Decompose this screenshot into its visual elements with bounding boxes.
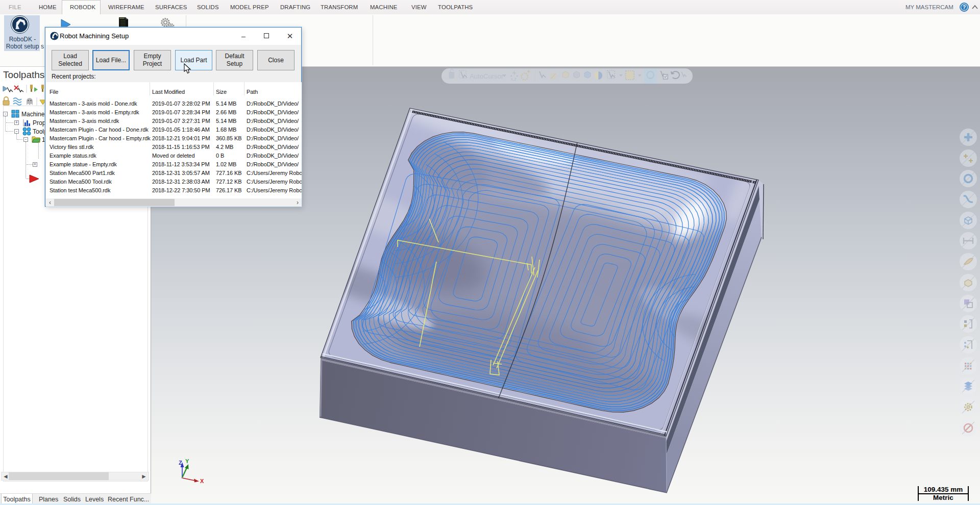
svg-text:Y: Y — [185, 458, 189, 464]
svg-text:Z: Z — [179, 460, 182, 466]
svg-text:x,z: x,z — [511, 77, 517, 82]
svg-text:X: X — [200, 478, 204, 484]
svg-text:AutoCursor: AutoCursor — [470, 72, 504, 80]
